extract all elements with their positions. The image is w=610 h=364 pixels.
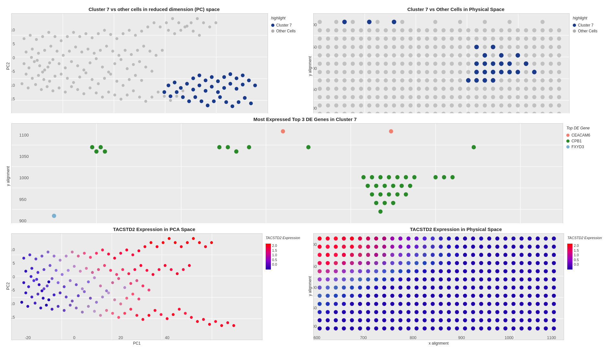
svg-point-59 bbox=[109, 73, 112, 76]
svg-point-1018 bbox=[487, 285, 491, 290]
svg-point-96 bbox=[50, 45, 52, 48]
svg-point-243 bbox=[334, 103, 338, 107]
svg-point-1151 bbox=[350, 326, 354, 331]
middle-legend-title: Top DE Gene bbox=[566, 126, 602, 130]
svg-point-465 bbox=[433, 45, 437, 49]
svg-point-409 bbox=[466, 61, 470, 66]
middle-plot: Most Expressed Top 3 DE Genes in Cluster… bbox=[3, 113, 607, 223]
svg-point-271 bbox=[317, 95, 322, 99]
svg-text:1100: 1100 bbox=[314, 242, 317, 247]
bottom-left-plot: TACSTD2 Expression in PCA Space PC2 bbox=[3, 223, 305, 333]
svg-point-796 bbox=[210, 241, 213, 244]
svg-point-844 bbox=[536, 237, 539, 241]
svg-point-539 bbox=[549, 28, 553, 32]
svg-point-480 bbox=[557, 45, 561, 49]
top-right-legend: highlight Cluster 7 Other Cells bbox=[570, 13, 605, 109]
svg-point-484 bbox=[342, 37, 347, 41]
svg-point-1003 bbox=[366, 285, 370, 290]
svg-point-819 bbox=[334, 237, 338, 241]
svg-point-455 bbox=[350, 45, 355, 49]
svg-point-906 bbox=[552, 253, 556, 257]
svg-point-736 bbox=[232, 324, 235, 327]
svg-point-1054 bbox=[536, 294, 539, 298]
svg-point-755 bbox=[133, 268, 136, 271]
svg-point-783 bbox=[131, 253, 134, 256]
svg-point-1128 bbox=[406, 318, 410, 322]
svg-point-38 bbox=[113, 62, 116, 65]
svg-point-1174 bbox=[536, 326, 539, 331]
svg-point-886 bbox=[390, 253, 394, 257]
svg-text:0: 0 bbox=[73, 336, 75, 340]
svg-point-983 bbox=[447, 277, 450, 281]
svg-point-1102 bbox=[438, 310, 442, 314]
svg-point-746 bbox=[79, 270, 82, 273]
svg-point-421 bbox=[317, 53, 322, 58]
svg-point-838 bbox=[487, 237, 491, 241]
svg-point-401 bbox=[400, 61, 404, 66]
svg-point-701 bbox=[20, 301, 23, 304]
svg-point-370 bbox=[392, 70, 396, 74]
bottom-right-chart: 600 700 800 900 1000 1100 1100 1050 1000… bbox=[313, 233, 564, 340]
svg-point-1053 bbox=[527, 294, 531, 298]
svg-text:0: 0 bbox=[13, 55, 15, 60]
svg-point-83 bbox=[132, 89, 135, 92]
svg-point-1176 bbox=[552, 326, 556, 331]
svg-point-990 bbox=[503, 277, 507, 281]
svg-point-1141 bbox=[511, 318, 515, 322]
svg-point-894 bbox=[455, 253, 459, 257]
svg-point-266 bbox=[524, 103, 528, 107]
svg-point-977 bbox=[398, 277, 402, 281]
svg-point-1077 bbox=[479, 302, 483, 306]
svg-point-769 bbox=[47, 250, 50, 253]
svg-point-1140 bbox=[503, 318, 507, 322]
svg-point-987 bbox=[479, 277, 483, 281]
svg-point-1002 bbox=[358, 285, 362, 290]
svg-text:1100: 1100 bbox=[314, 22, 317, 27]
svg-point-1004 bbox=[374, 285, 378, 290]
svg-point-45 bbox=[25, 73, 28, 76]
svg-point-1097 bbox=[398, 310, 402, 314]
svg-point-612 bbox=[387, 175, 391, 179]
svg-point-752 bbox=[115, 273, 118, 276]
svg-rect-1177 bbox=[567, 244, 572, 270]
svg-point-528 bbox=[458, 28, 462, 32]
svg-point-1094 bbox=[374, 310, 378, 314]
svg-point-534 bbox=[507, 28, 512, 32]
svg-point-21 bbox=[38, 64, 41, 67]
tr-cluster7-dot bbox=[573, 24, 576, 27]
svg-point-907 bbox=[317, 261, 321, 265]
svg-point-263 bbox=[499, 103, 503, 107]
svg-point-186 bbox=[210, 75, 214, 79]
svg-point-76 bbox=[89, 86, 92, 89]
svg-point-770 bbox=[53, 255, 56, 258]
svg-point-248 bbox=[375, 103, 380, 107]
svg-point-423 bbox=[334, 53, 338, 58]
svg-point-994 bbox=[536, 277, 539, 281]
svg-point-108 bbox=[124, 49, 127, 52]
svg-text:-15: -15 bbox=[12, 96, 15, 101]
svg-point-774 bbox=[77, 255, 80, 258]
svg-point-892 bbox=[438, 253, 442, 257]
svg-point-72 bbox=[64, 91, 67, 94]
svg-point-735 bbox=[226, 321, 229, 324]
svg-point-938 bbox=[326, 269, 329, 273]
svg-point-283 bbox=[416, 95, 421, 99]
svg-point-180 bbox=[237, 100, 240, 104]
svg-point-865 bbox=[463, 245, 467, 249]
svg-point-930 bbox=[503, 261, 507, 265]
svg-point-1067 bbox=[398, 302, 402, 306]
svg-point-713 bbox=[93, 310, 96, 313]
svg-point-750 bbox=[103, 264, 106, 267]
svg-point-517 bbox=[367, 28, 371, 32]
svg-point-936 bbox=[552, 261, 556, 265]
svg-point-550 bbox=[540, 20, 545, 24]
svg-point-397 bbox=[367, 61, 371, 66]
svg-point-567 bbox=[499, 70, 504, 74]
svg-point-281 bbox=[400, 95, 404, 99]
svg-point-139 bbox=[171, 17, 174, 20]
svg-point-623 bbox=[378, 192, 383, 196]
svg-point-917 bbox=[398, 261, 402, 265]
svg-point-606 bbox=[234, 149, 238, 154]
svg-point-792 bbox=[186, 241, 189, 244]
svg-point-890 bbox=[422, 253, 426, 257]
